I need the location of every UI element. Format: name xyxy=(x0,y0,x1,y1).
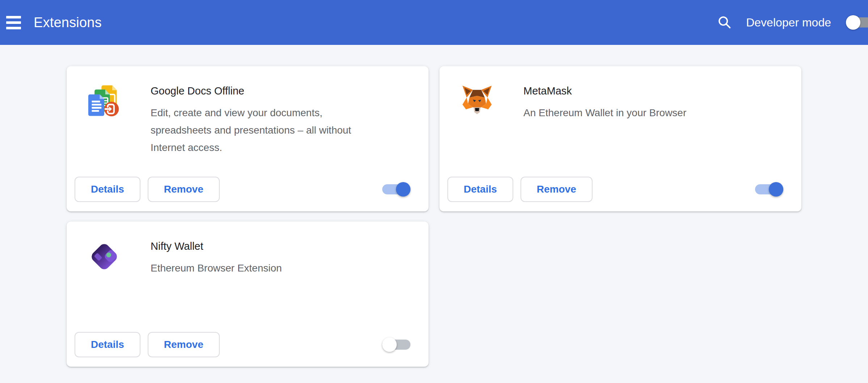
developer-mode-label: Developer mode xyxy=(746,16,831,29)
details-button[interactable]: Details xyxy=(447,177,513,202)
extension-name: Nifty Wallet xyxy=(151,238,282,254)
extension-enabled-toggle[interactable] xyxy=(755,184,783,194)
developer-mode-toggle[interactable] xyxy=(846,17,868,28)
extensions-grid: Google Docs Offline Edit, create and vie… xyxy=(67,66,801,367)
extension-card-nifty-wallet: Nifty Wallet Ethereum Browser Extension … xyxy=(67,222,429,367)
extension-description: Ethereum Browser Extension xyxy=(151,260,282,277)
extension-enabled-toggle[interactable] xyxy=(382,184,410,194)
remove-button[interactable]: Remove xyxy=(148,177,220,202)
card-actions: Details Remove xyxy=(75,177,410,202)
toggle-knob xyxy=(769,182,783,197)
extension-enabled-toggle[interactable] xyxy=(382,340,410,350)
card-actions: Details Remove xyxy=(447,177,783,202)
page-title: Extensions xyxy=(34,15,102,30)
developer-mode-toggle-slot xyxy=(846,12,868,33)
google-docs-offline-icon xyxy=(87,84,122,119)
hamburger-menu-button[interactable] xyxy=(2,11,25,34)
details-button[interactable]: Details xyxy=(75,177,140,202)
extension-card-metamask: MetaMask An Ethereum Wallet in your Brow… xyxy=(439,66,801,211)
hamburger-menu-icon xyxy=(6,16,21,18)
nifty-wallet-icon xyxy=(87,239,122,274)
metamask-fox-icon xyxy=(460,84,494,119)
header-right-controls: Developer mode xyxy=(716,12,868,33)
extension-name: MetaMask xyxy=(523,83,686,98)
toggle-knob xyxy=(382,337,397,352)
search-button[interactable] xyxy=(716,14,733,31)
extension-description: An Ethereum Wallet in your Browser xyxy=(523,104,686,122)
toggle-knob xyxy=(396,182,410,197)
extension-description: Edit, create and view your documents, sp… xyxy=(151,104,382,156)
card-actions: Details Remove xyxy=(75,332,410,357)
remove-button[interactable]: Remove xyxy=(521,177,593,202)
search-icon xyxy=(716,14,733,31)
remove-button[interactable]: Remove xyxy=(148,332,220,357)
extension-name: Google Docs Offline xyxy=(151,83,382,98)
app-header: Extensions Developer mode xyxy=(0,0,868,45)
details-button[interactable]: Details xyxy=(75,332,140,357)
toggle-knob xyxy=(846,15,860,30)
extension-card-google-docs-offline: Google Docs Offline Edit, create and vie… xyxy=(67,66,429,211)
